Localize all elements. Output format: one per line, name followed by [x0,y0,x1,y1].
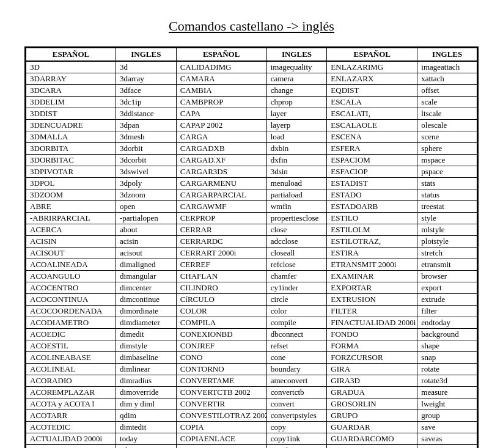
cell: EQDIST [327,85,417,97]
table-row: 3DPIVOTAR3dswivelCARGAR3DS3dsinESFACIOPp… [26,166,478,178]
table-row: ACOREMPLAZARdimoverrideCONVERTCTB 2002co… [26,387,478,398]
column-header: INGLES [116,48,177,62]
cell: color [266,306,327,317]
commands-table: ESPAÑOLINGLESESPAÑOLINGLESESPAÑOLINGLES … [24,46,479,448]
cell: CARGARPARCIAL [176,189,266,201]
table-row: 3DCARA3dfaceCAMBIAchangeEQDISToffset [26,85,478,97]
cell: menuload [266,178,327,189]
cell: closeall [266,248,327,259]
table-row: ABREopenCARGAWMFwmfinESTADOARBtreestat [26,201,478,213]
cell: GIRA3D [327,375,417,387]
cell: circle [266,294,327,306]
cell: qdim [116,410,177,422]
cell: offset [417,85,478,97]
table-row: ACODIAMETROdimdiameterCOMPILAcompileFINA… [26,317,478,329]
cell: ACTUALIDAD 2000i [26,433,116,445]
cell: CONVERTCTB 2002 [176,387,266,398]
cell: ACOEDIC [26,329,116,340]
cell: ACOTARR [26,410,116,422]
cell: ESCALAOLE [327,120,417,131]
cell: CERREF [176,259,266,271]
cell: CALIDADIMG [176,61,266,73]
cell: GROSORLIN [327,398,417,410]
cell: olescale [417,120,478,131]
table-row: 3DORBITAC3dcorbitCARGAD.XFdxfinESPACIOMm… [26,155,478,166]
cell: convertpstyles [266,410,327,422]
table-row: 3DMALLA3dmeshCARGAloadESCENAscene [26,131,478,143]
cell: ACOCOORDENADA [26,306,116,317]
cell: CAMBPROP [176,97,266,108]
cell: copyhist [266,445,327,449]
cell: dimaligned [116,259,177,271]
table-row: ACORADIOdimradiusCONVERTAMEameconvertGIR… [26,375,478,387]
cell: ETRANSMIT 2000i [327,259,417,271]
cell: acisin [116,236,177,248]
cell: ENLAZARX [327,73,417,85]
cell: scale [417,97,478,108]
table-row: ACTUALIDAD 2000itodayCOPIAENLACEcopy1ink… [26,433,478,445]
cell: dbconnect [266,329,327,340]
cell: dxfin [266,155,327,166]
page-title: Comandos castellano -> inglés [24,18,479,34]
cell: compile [266,317,327,329]
cell: CERRAR [176,224,266,236]
cell: EXPORTAR [327,282,417,294]
cell: ACOREMPLAZAR [26,387,116,398]
cell: dimcontinue [116,294,177,306]
cell: ACOTEDIC [26,422,116,433]
cell: 3D [26,61,116,73]
table-row: ACERCAaboutCERRARcloseESTILOLMmlstyle [26,224,478,236]
table-row: ACOALINEADAdimalignedCERREFrefcloseETRAN… [26,259,478,271]
cell: GIRA [327,364,417,375]
cell: change [266,85,327,97]
cell: GRADUA [327,387,417,398]
cell: cy1inder [266,282,327,294]
table-row: ACOLINEABASEdimbaselineCONOconeFORZCURSO… [26,352,478,364]
cell: CONEXIONBD [176,329,266,340]
cell: CARGADXB [176,143,266,155]
cell: CAMARA [176,73,266,85]
cell: wmfin [266,201,327,213]
table-row: ACOCOORDENADAdimordinateCOLORcolorFILTER… [26,306,478,317]
cell: convert [266,398,327,410]
cell: dimoverride [116,387,177,398]
cell: CONJREF [176,340,266,352]
cell: dimbaseline [116,352,177,364]
cell: CARGA [176,131,266,143]
cell: dimdiameter [116,317,177,329]
cell: style [417,213,478,224]
cell: filter [417,306,478,317]
cell: FONDO [327,329,417,340]
table-row: ACOTA y ACOTA ldim y dimlCONVERTIRconver… [26,398,478,410]
cell: CHAFLAN [176,271,266,282]
cell: ESTILO [327,213,417,224]
cell: COMPILA [176,317,266,329]
table-row: ACOCONTINUAdimcontinueCíRCULOcircleEXTRU… [26,294,478,306]
cell: COLOR [176,306,266,317]
cell: endtoday [417,317,478,329]
cell: ACERCA [26,224,116,236]
cell: CONVERTIR [176,398,266,410]
cell: CERRART 2000i [176,248,266,259]
cell: dimangular [116,271,177,282]
cell: CERRARDC [176,236,266,248]
cell: ACOALINEADA [26,259,116,271]
cell: CAPA [176,108,266,120]
cell: background [417,329,478,340]
table-row: 3DZOOM3dzoomCARGARPARCIALpartialoadESTAD… [26,189,478,201]
cell: ACODIAMETRO [26,317,116,329]
table-body: 3D3dCALIDADIMGimagequalityENLAZARIMGimag… [26,61,478,448]
cell: dxbin [266,143,327,155]
table-row: ACOLINEALdimlinearCONTORNOboundaryGIRAro… [26,364,478,375]
cell: adcenter [116,445,177,449]
cell: 3dsin [266,166,327,178]
cell: 3DDIST [26,108,116,120]
cell: 3DORBITAC [26,155,116,166]
cell: group [417,410,478,422]
cell: 3dpoly [116,178,177,189]
cell: FORMA [327,340,417,352]
cell: dimedit [116,329,177,340]
cell: ACOTA y ACOTA l [26,398,116,410]
cell: dimcenter [116,282,177,294]
cell: CAMBIA [176,85,266,97]
